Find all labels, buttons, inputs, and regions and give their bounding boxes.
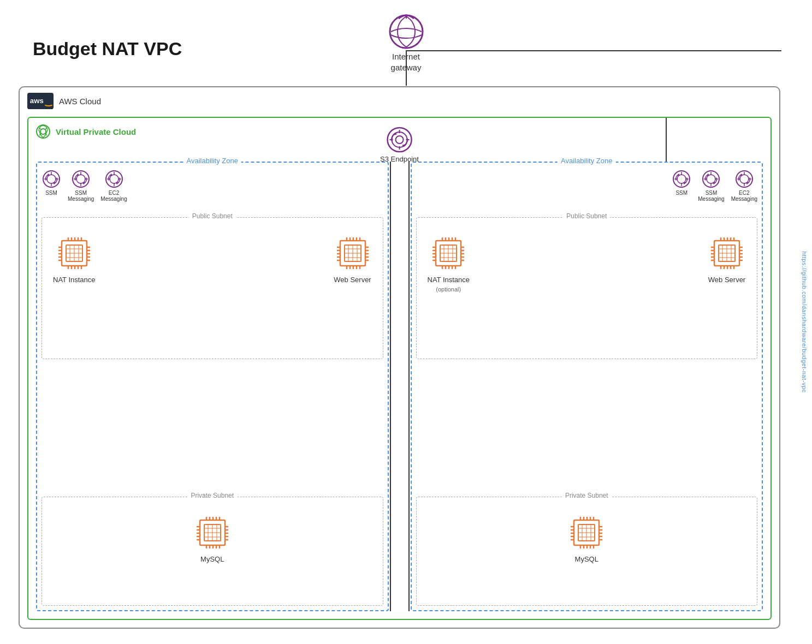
igw-icon bbox=[387, 12, 426, 51]
mysql-left: MySQL bbox=[193, 514, 232, 563]
nat-instance-right: NAT Instance(optional) bbox=[428, 234, 470, 294]
ec2-icon-r1: EC2Messaging bbox=[731, 169, 757, 202]
private-subnet-left-label: Private Subnet bbox=[187, 492, 237, 499]
ec2-label-1: EC2Messaging bbox=[100, 190, 127, 202]
aws-logo-area: aws AWS Cloud bbox=[27, 93, 101, 109]
aws-cloud-label: AWS Cloud bbox=[59, 97, 101, 106]
az-right: Availability Zone SSM bbox=[411, 162, 763, 611]
ssm-icon-r1: SSM bbox=[672, 169, 691, 196]
svg-point-115 bbox=[740, 175, 749, 183]
left-divider-line bbox=[390, 162, 391, 611]
az-left-title: Availability Zone bbox=[183, 157, 241, 165]
nat-instance-right-label: NAT Instance(optional) bbox=[428, 276, 470, 294]
svg-point-11 bbox=[47, 175, 56, 183]
private-subnet-right-label: Private Subnet bbox=[562, 492, 612, 499]
public-subnet-left-label: Public Subnet bbox=[189, 212, 236, 220]
web-server-right-label: Web Server bbox=[708, 276, 745, 284]
az-right-icons: SSM SSMMessaging bbox=[672, 169, 757, 202]
svg-point-111 bbox=[707, 175, 715, 183]
az-right-title: Availability Zone bbox=[558, 157, 615, 165]
svg-point-107 bbox=[677, 175, 686, 183]
nat-instance-left: NAT Instance bbox=[53, 234, 96, 284]
public-subnet-right: Public Subnet bbox=[416, 217, 758, 359]
ssm-icon-1: SSM bbox=[42, 169, 61, 196]
ssm-label-2: SSMMessaging bbox=[68, 190, 94, 202]
ec2-label-r1: EC2Messaging bbox=[731, 190, 757, 202]
svg-point-0 bbox=[390, 15, 423, 48]
mysql-right: MySQL bbox=[567, 514, 606, 563]
s3-endpoint: S3 Endpoint bbox=[380, 126, 419, 163]
ec2-icon-1: EC2Messaging bbox=[100, 169, 127, 202]
ssm-icon-2: SSMMessaging bbox=[68, 169, 94, 202]
vpc-box: Virtual Private Cloud S3 Endpoint bbox=[27, 117, 772, 620]
web-server-right: Web Server bbox=[708, 234, 746, 284]
vpc-icon bbox=[35, 123, 51, 140]
svg-text:aws: aws bbox=[30, 97, 44, 105]
igw-label-line2: gateway bbox=[391, 62, 422, 73]
public-subnet-right-label: Public Subnet bbox=[563, 212, 610, 220]
svg-point-19 bbox=[110, 175, 118, 183]
right-divider-line bbox=[408, 162, 410, 611]
aws-cloud-box: aws AWS Cloud Virtual Private Cloud bbox=[19, 86, 780, 629]
private-subnet-right: Private Subnet bbox=[416, 497, 758, 606]
igw-label-line1: Internet bbox=[392, 51, 420, 62]
az-left: Availability Zone SSM bbox=[36, 162, 389, 611]
web-server-left: Web Server bbox=[334, 234, 372, 284]
ssm-label-1: SSM bbox=[45, 190, 57, 196]
page-title: Budget NAT VPC bbox=[33, 38, 182, 59]
svg-point-3 bbox=[37, 125, 50, 138]
svg-point-7 bbox=[396, 136, 404, 144]
az-left-icons: SSM SSMMessaging bbox=[42, 169, 127, 202]
igw-line-right bbox=[406, 50, 782, 51]
aws-logo: aws bbox=[27, 93, 54, 109]
internet-gateway: Internet gateway bbox=[387, 12, 426, 73]
right-edge-line bbox=[666, 118, 667, 162]
s3-icon bbox=[386, 126, 414, 154]
ssm-icon-r2: SSMMessaging bbox=[698, 169, 724, 202]
public-subnet-left: Public Subnet bbox=[42, 217, 383, 359]
nat-instance-left-label: NAT Instance bbox=[53, 276, 96, 284]
vpc-label: Virtual Private Cloud bbox=[56, 127, 136, 136]
mysql-left-label: MySQL bbox=[200, 555, 224, 563]
ssm-label-r1: SSM bbox=[675, 190, 687, 196]
private-subnet-left: Private Subnet bbox=[42, 497, 383, 606]
svg-point-15 bbox=[76, 175, 85, 183]
ssm-label-r2: SSMMessaging bbox=[698, 190, 724, 202]
web-server-left-label: Web Server bbox=[334, 276, 371, 284]
vpc-header: Virtual Private Cloud bbox=[35, 123, 136, 140]
mysql-right-label: MySQL bbox=[575, 555, 598, 563]
github-url: https://github.com/danshardware/budget-n… bbox=[797, 251, 808, 392]
